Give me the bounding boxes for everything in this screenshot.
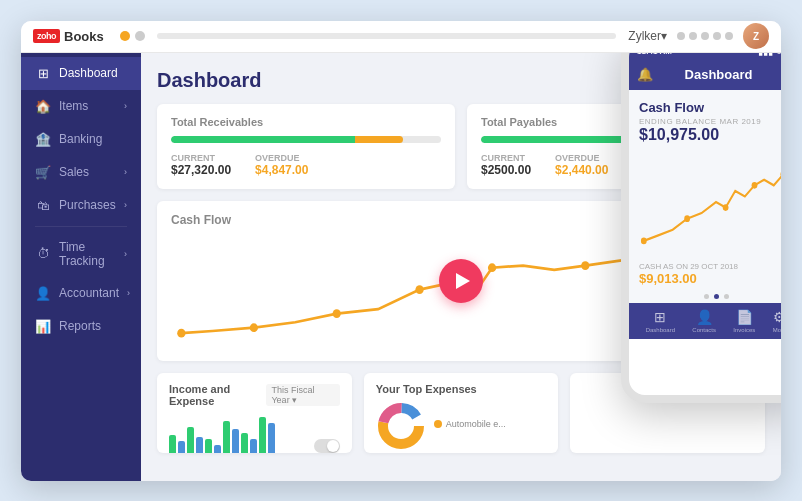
phone-cashflow-sub: ENDING BALANCE Mar 2019	[639, 117, 781, 126]
items-arrow: ›	[124, 101, 127, 111]
bar-b-4	[232, 429, 239, 453]
phone-nav-more[interactable]: ⚙ More	[773, 309, 781, 333]
svg-point-13	[723, 204, 729, 211]
sidebar-item-items[interactable]: 🏠 Items ›	[21, 90, 141, 123]
phone-nav-dashboard[interactable]: ⊞ Dashboard	[646, 309, 675, 333]
phone-nav-dashboard-icon: ⊞	[654, 309, 666, 325]
phone-footer-sub: Cash as on 29 Oct 2018	[639, 262, 781, 271]
phone-nav-contacts-label: Contacts	[692, 327, 716, 333]
income-expense-chart	[169, 413, 340, 453]
phone-nav-more-icon: ⚙	[773, 309, 781, 325]
receivables-current-label: CURRENT	[171, 153, 231, 163]
bar-b-1	[178, 441, 185, 453]
phone-nav: ⊞ Dashboard 👤 Contacts 📄 Invoices ⚙ More	[629, 303, 781, 339]
items-icon: 🏠	[35, 99, 51, 114]
phone-dots-row	[639, 290, 781, 303]
sidebar-item-purchases[interactable]: 🛍 Purchases ›	[21, 189, 141, 222]
window-controls	[120, 31, 145, 41]
sidebar-label-purchases: Purchases	[59, 198, 116, 212]
receivables-title: Total Receivables	[171, 116, 441, 128]
sidebar-item-time-tracking[interactable]: ⏱ Time Tracking ›	[21, 231, 141, 277]
app-logo: zoho Books	[33, 29, 104, 44]
receivables-card: Total Receivables CURRENT $27,320.00 OVE…	[157, 104, 455, 189]
payables-overdue-label: OVERDUE	[555, 153, 608, 163]
bar-b-2	[196, 437, 203, 453]
play-triangle-icon	[456, 273, 470, 289]
phone-dot-1	[704, 294, 709, 299]
phone-overlay: 11:41 AM ▋▋▋ 100% 🔔 Dashboard ⊞ Cash Flo…	[621, 53, 781, 403]
phone-cashflow-footer: Cash as on 29 Oct 2018 $9,013.00	[639, 262, 781, 290]
toggle-knob	[327, 440, 339, 452]
donut-wrap: Automobile e...	[376, 401, 547, 451]
zoho-logo-box: zoho	[33, 29, 60, 43]
sidebar-item-dashboard[interactable]: ⊞ Dashboard	[21, 57, 141, 90]
header-dot-4	[713, 32, 721, 40]
time-tracking-icon: ⏱	[35, 246, 51, 261]
income-expense-period[interactable]: This Fiscal Year ▾	[266, 384, 339, 406]
header-dot-5	[725, 32, 733, 40]
reports-icon: 📊	[35, 319, 51, 334]
sales-arrow: ›	[124, 167, 127, 177]
title-bar: zoho Books Zylker▾ Z	[21, 21, 781, 53]
receivables-bar-green	[171, 136, 355, 143]
banking-icon: 🏦	[35, 132, 51, 147]
header-dot-1	[677, 32, 685, 40]
svg-point-4	[488, 263, 496, 272]
time-tracking-arrow: ›	[124, 249, 127, 259]
phone-nav-invoices-label: Invoices	[733, 327, 755, 333]
payables-current: CURRENT $2500.00	[481, 153, 531, 177]
sidebar-label-banking: Banking	[59, 132, 127, 146]
phone-cashflow-title: Cash Flow	[639, 100, 781, 115]
play-button[interactable]	[439, 259, 483, 303]
legend-item-1: Automobile e...	[434, 419, 506, 429]
user-name[interactable]: Zylker▾	[628, 29, 667, 43]
top-expenses-card: Your Top Expenses Automobile e...	[364, 373, 559, 453]
svg-point-14	[752, 182, 758, 189]
sidebar-label-sales: Sales	[59, 165, 116, 179]
income-expense-card: Income and Expense This Fiscal Year ▾	[157, 373, 352, 453]
avatar[interactable]: Z	[743, 23, 769, 49]
address-bar	[157, 33, 617, 39]
toggle[interactable]	[314, 439, 340, 453]
donut-legend: Automobile e...	[434, 419, 506, 432]
donut-chart	[376, 401, 426, 451]
sidebar-label-dashboard: Dashboard	[59, 66, 127, 80]
bar-g-2	[187, 427, 194, 453]
sidebar-item-banking[interactable]: 🏦 Banking	[21, 123, 141, 156]
purchases-icon: 🛍	[35, 198, 51, 213]
header-right: Zylker▾ Z	[628, 23, 769, 49]
payables-overdue-value: $2,440.00	[555, 163, 608, 177]
receivables-bar-yellow	[355, 136, 404, 143]
app-window: zoho Books Zylker▾ Z ⊞	[21, 21, 781, 481]
top-expenses-header: Your Top Expenses	[376, 383, 547, 395]
svg-point-3	[415, 285, 423, 294]
sidebar-label-items: Items	[59, 99, 116, 113]
phone-nav-more-label: More	[773, 327, 781, 333]
bar-g-5	[241, 433, 248, 453]
phone-nav-contacts[interactable]: 👤 Contacts	[692, 309, 716, 333]
main-layout: ⊞ Dashboard 🏠 Items › 🏦 Banking 🛒 Sales …	[21, 53, 781, 481]
phone-nav-dashboard-label: Dashboard	[646, 327, 675, 333]
sidebar-divider	[35, 226, 127, 227]
main-content: Dashboard Total Receivables CURRENT $27,…	[141, 53, 781, 481]
books-label: Books	[64, 29, 104, 44]
legend-label-1: Automobile e...	[446, 419, 506, 429]
phone-nav-invoices[interactable]: 📄 Invoices	[733, 309, 755, 333]
accountant-arrow: ›	[127, 288, 130, 298]
receivables-progress	[171, 136, 441, 143]
dashboard-icon: ⊞	[35, 66, 51, 81]
phone-status-time: 11:41 AM	[637, 53, 672, 57]
sidebar-label-accountant: Accountant	[59, 286, 119, 300]
phone-content: Cash Flow ENDING BALANCE Mar 2019 $10,97…	[629, 90, 781, 303]
sidebar-item-sales[interactable]: 🛒 Sales ›	[21, 156, 141, 189]
phone-status-icons: ▋▋▋ 100%	[759, 53, 781, 56]
sidebar-item-reports[interactable]: 📊 Reports	[21, 310, 141, 343]
phone-bell-icon[interactable]: 🔔	[637, 67, 653, 82]
payables-overdue: OVERDUE $2,440.00	[555, 153, 608, 177]
legend-dot-1	[434, 420, 442, 428]
sidebar-item-accountant[interactable]: 👤 Accountant ›	[21, 277, 141, 310]
sales-icon: 🛒	[35, 165, 51, 180]
payables-current-label: CURRENT	[481, 153, 531, 163]
phone-nav-contacts-icon: 👤	[696, 309, 713, 325]
payables-current-value: $2500.00	[481, 163, 531, 177]
